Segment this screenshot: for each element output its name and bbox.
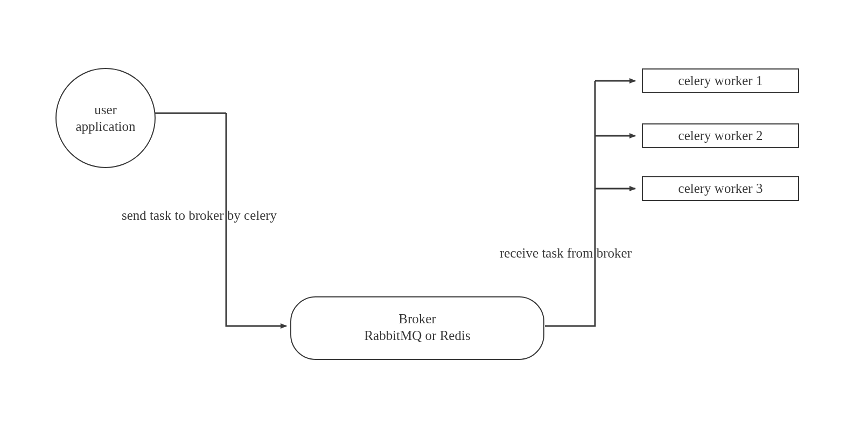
user-line1: user	[94, 102, 117, 117]
edge-send-label: send task to broker by celery	[122, 208, 277, 223]
worker-1-label: celery worker 1	[678, 73, 763, 88]
edge-receive-label: receive task from broker	[500, 246, 632, 261]
worker-box-1: celery worker 1	[642, 68, 799, 93]
user-line2: application	[75, 119, 135, 134]
worker-box-3: celery worker 3	[642, 176, 799, 201]
worker-2-label: celery worker 2	[678, 128, 763, 143]
broker-label: Broker RabbitMQ or Redis	[291, 310, 544, 344]
broker-line1: Broker	[398, 311, 436, 326]
worker-3-label: celery worker 3	[678, 181, 763, 196]
worker-box-2: celery worker 2	[642, 123, 799, 148]
broker-line2: RabbitMQ or Redis	[364, 328, 470, 343]
arrow-broker-riser	[545, 81, 595, 326]
user-application-label: user application	[65, 101, 146, 135]
